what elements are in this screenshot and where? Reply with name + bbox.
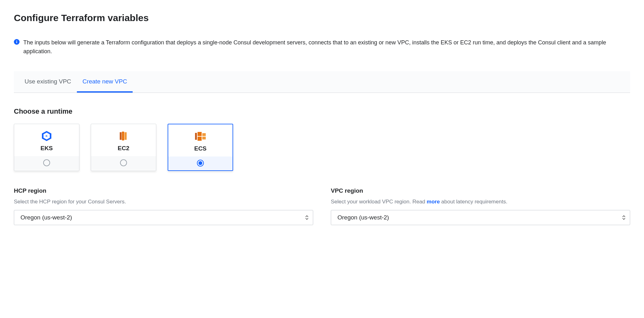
hcp-region-help: Select the HCP region for your Consul Se… (14, 199, 313, 205)
svg-rect-11 (202, 133, 206, 136)
radio-icon (43, 159, 50, 166)
svg-rect-1 (16, 42, 17, 43)
eks-icon: K (40, 130, 53, 142)
info-text: The inputs below will generate a Terrafo… (23, 38, 630, 56)
tab-create-new-vpc[interactable]: Create new VPC (77, 71, 133, 93)
more-link[interactable]: more (427, 199, 440, 205)
svg-rect-9 (198, 132, 202, 136)
ecs-icon (194, 131, 207, 142)
hcp-region-field: HCP region Select the HCP region for you… (14, 187, 313, 225)
runtime-option-eks[interactable]: K EKS (14, 124, 79, 171)
runtime-label: EC2 (118, 145, 129, 152)
svg-rect-6 (122, 132, 124, 140)
runtime-option-ec2[interactable]: EC2 (91, 124, 156, 171)
svg-text:K: K (46, 134, 48, 138)
ec2-icon (117, 130, 130, 142)
svg-rect-12 (202, 137, 206, 139)
runtime-label: ECS (194, 145, 206, 152)
svg-rect-5 (120, 132, 122, 140)
svg-rect-7 (124, 132, 127, 140)
tab-use-existing-vpc[interactable]: Use existing VPC (19, 71, 77, 93)
chevron-up-down-icon (305, 215, 308, 220)
runtime-options: K EKS EC2 (14, 124, 630, 171)
svg-point-0 (16, 41, 17, 42)
page-title: Configure Terraform variables (14, 13, 630, 23)
runtime-option-ecs[interactable]: ECS (168, 124, 233, 171)
vpc-region-label: VPC region (331, 187, 630, 194)
hcp-region-value: Oregon (us-west-2) (20, 214, 72, 221)
chevron-up-down-icon (622, 215, 625, 220)
hcp-region-label: HCP region (14, 187, 313, 194)
svg-rect-8 (195, 133, 197, 140)
radio-icon (197, 160, 204, 167)
hcp-region-select[interactable]: Oregon (us-west-2) (14, 210, 313, 225)
runtime-label: EKS (40, 145, 53, 152)
info-icon (14, 39, 20, 45)
vpc-region-field: VPC region Select your workload VPC regi… (331, 187, 630, 225)
vpc-region-select[interactable]: Oregon (us-west-2) (331, 210, 630, 225)
runtime-heading: Choose a runtime (14, 107, 630, 116)
vpc-region-help: Select your workload VPC region. Read mo… (331, 199, 630, 205)
radio-icon (120, 159, 127, 166)
vpc-tabs: Use existing VPC Create new VPC (14, 71, 630, 93)
vpc-region-value: Oregon (us-west-2) (337, 214, 389, 221)
svg-rect-10 (198, 137, 202, 141)
info-alert: The inputs below will generate a Terrafo… (14, 38, 630, 56)
